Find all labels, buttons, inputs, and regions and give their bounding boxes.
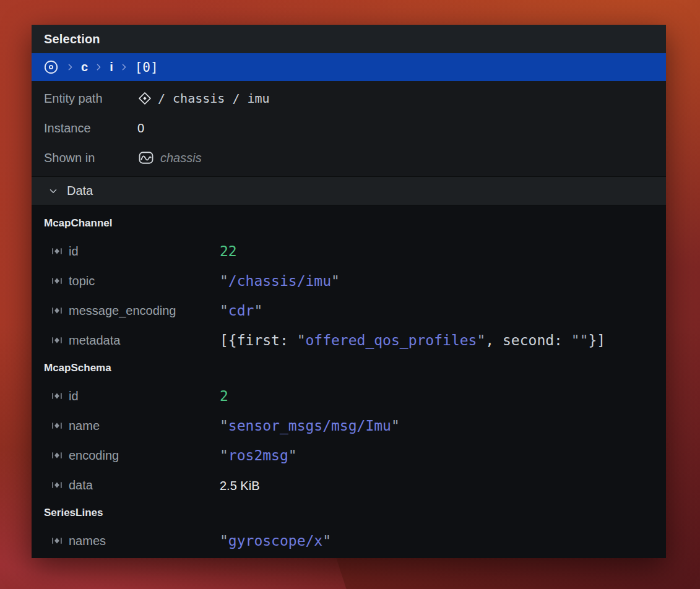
row-value: [{first: "offered_qos_profiles", second:… <box>220 333 605 348</box>
timeseries-view-icon <box>137 149 155 166</box>
instance-row: Instance 0 <box>32 113 666 143</box>
breadcrumb: c i [0] <box>32 53 666 81</box>
component-group: SeriesLines names "gyroscope/x" <box>32 500 666 556</box>
component-icon <box>50 333 64 347</box>
row-value: "/chassis/imu" <box>220 274 340 288</box>
component-row[interactable]: metadata [{first: "offered_qos_profiles"… <box>32 325 666 355</box>
group-rows: id 2 name "sensor_msgs/msg/Imu" encoding… <box>32 381 666 500</box>
group-header: McapSchema <box>32 355 666 381</box>
entity-path-row: Entity path / chassis / imu <box>32 84 666 113</box>
chevron-right-icon <box>119 62 129 72</box>
recording-icon[interactable] <box>43 59 59 75</box>
row-value: 22 <box>220 244 237 259</box>
component-icon <box>50 389 64 403</box>
entity-icon <box>137 91 152 106</box>
row-label: names <box>69 534 106 548</box>
component-row[interactable]: data 2.5 KiB <box>32 470 666 500</box>
component-group: McapSchema id 2 name "sensor_msgs/msg/Im… <box>32 355 666 500</box>
row-label: id <box>69 389 79 403</box>
component-icon <box>50 304 64 317</box>
chevron-down-icon <box>48 186 59 197</box>
breadcrumb-item-chassis[interactable]: c <box>81 60 88 74</box>
breadcrumb-item-instance[interactable]: [0] <box>135 60 158 75</box>
shown-in-value: chassis <box>137 149 202 166</box>
desktop-wallpaper: Selection c i [0] Entity path <box>0 0 700 589</box>
row-label: data <box>69 478 93 492</box>
row-label: id <box>69 244 79 259</box>
component-icon <box>50 274 64 288</box>
selection-info: Entity path / chassis / imu Instance 0 S… <box>32 81 666 176</box>
row-value: 2.5 KiB <box>220 478 259 492</box>
group-rows: id 22 topic "/chassis/imu" message_encod… <box>32 236 666 355</box>
component-group: McapChannel id 22 topic "/chassis/imu" m… <box>32 210 666 355</box>
chevron-right-icon <box>93 62 104 72</box>
component-icon <box>50 478 64 492</box>
group-rows: names "gyroscope/x" <box>32 526 666 556</box>
component-row[interactable]: names "gyroscope/x" <box>32 526 666 556</box>
panel-title-bar: Selection <box>32 25 666 53</box>
component-icon <box>50 449 64 462</box>
component-row[interactable]: id 22 <box>32 236 666 266</box>
row-label: metadata <box>69 333 120 348</box>
shown-in-view-link[interactable]: chassis <box>160 151 202 165</box>
row-value: 2 <box>220 389 228 403</box>
data-section-header[interactable]: Data <box>32 176 666 205</box>
breadcrumb-item-imu[interactable]: i <box>110 60 113 74</box>
data-section-title: Data <box>67 184 93 198</box>
shown-in-label: Shown in <box>44 151 137 165</box>
entity-path-label: Entity path <box>44 92 137 106</box>
group-header: McapChannel <box>32 210 666 236</box>
component-row[interactable]: encoding "ros2msg" <box>32 441 666 470</box>
shown-in-row: Shown in chassis <box>32 143 666 173</box>
component-icon <box>50 244 64 258</box>
row-value: "gyroscope/x" <box>220 534 331 548</box>
row-label: encoding <box>69 449 119 463</box>
entity-path-text[interactable]: / chassis / imu <box>158 91 270 106</box>
component-row[interactable]: name "sensor_msgs/msg/Imu" <box>32 411 666 441</box>
component-row[interactable]: topic "/chassis/imu" <box>32 266 666 296</box>
component-row[interactable]: message_encoding "cdr" <box>32 296 666 325</box>
component-icon <box>50 534 64 548</box>
row-label: topic <box>69 274 95 288</box>
row-label: name <box>69 419 100 433</box>
instance-number: 0 <box>137 121 144 135</box>
selection-panel: Selection c i [0] Entity path <box>32 25 666 558</box>
instance-label: Instance <box>44 121 137 135</box>
panel-title: Selection <box>44 32 100 46</box>
chevron-right-icon <box>65 62 76 72</box>
component-icon <box>50 419 64 432</box>
data-body: McapChannel id 22 topic "/chassis/imu" m… <box>32 205 666 558</box>
entity-path-value: / chassis / imu <box>137 91 270 106</box>
row-label: message_encoding <box>69 304 176 318</box>
group-header: SeriesLines <box>32 500 666 526</box>
row-value: "cdr" <box>220 304 262 318</box>
instance-value: 0 <box>137 121 144 135</box>
row-value: "sensor_msgs/msg/Imu" <box>220 419 400 433</box>
row-value: "ros2msg" <box>220 449 297 463</box>
component-row[interactable]: id 2 <box>32 381 666 411</box>
